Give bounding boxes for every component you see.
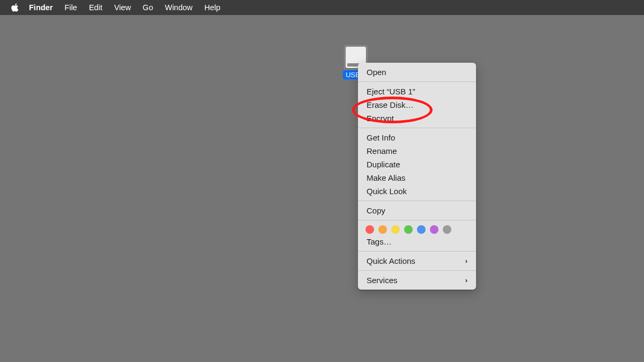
tag-yellow[interactable] xyxy=(391,225,400,234)
tag-orange[interactable] xyxy=(378,225,387,234)
context-services[interactable]: Services › xyxy=(358,274,476,287)
separator xyxy=(358,220,476,220)
tag-green[interactable] xyxy=(404,225,413,234)
context-quick-actions-label: Quick Actions xyxy=(367,256,415,265)
app-menu[interactable]: Finder xyxy=(29,3,58,12)
separator xyxy=(358,270,476,271)
context-rename-label: Rename xyxy=(367,146,397,156)
tag-color-row xyxy=(358,223,476,235)
context-rename[interactable]: Rename xyxy=(358,144,476,158)
context-copy-label: Copy xyxy=(367,206,385,215)
context-quick-look-label: Quick Look xyxy=(367,187,407,196)
context-tags[interactable]: Tags… xyxy=(358,235,476,248)
context-make-alias[interactable]: Make Alias xyxy=(358,171,476,184)
context-copy[interactable]: Copy xyxy=(358,204,476,217)
context-erase-label: Erase Disk… xyxy=(367,100,414,109)
context-get-info-label: Get Info xyxy=(367,133,395,142)
context-quick-look[interactable]: Quick Look xyxy=(358,184,476,198)
context-services-label: Services xyxy=(367,276,398,285)
file-menu[interactable]: File xyxy=(58,3,83,12)
help-menu[interactable]: Help xyxy=(199,3,226,12)
context-duplicate-label: Duplicate xyxy=(367,160,400,169)
separator xyxy=(358,128,476,128)
context-menu: Open Eject “USB 1” Erase Disk… Encrypt G… xyxy=(358,63,476,290)
tag-gray[interactable] xyxy=(443,225,451,234)
context-tags-label: Tags… xyxy=(367,237,392,246)
apple-menu-icon[interactable] xyxy=(11,3,19,12)
context-open[interactable]: Open xyxy=(358,65,476,79)
separator xyxy=(358,251,476,252)
context-make-alias-label: Make Alias xyxy=(367,173,406,182)
context-erase-disk[interactable]: Erase Disk… xyxy=(358,98,476,112)
chevron-right-icon: › xyxy=(465,257,467,265)
separator xyxy=(358,201,476,201)
context-get-info[interactable]: Get Info xyxy=(358,131,476,144)
tag-blue[interactable] xyxy=(417,225,426,234)
context-open-label: Open xyxy=(367,68,386,77)
context-encrypt[interactable]: Encrypt xyxy=(358,112,476,125)
context-encrypt-label: Encrypt xyxy=(367,114,394,123)
edit-menu[interactable]: Edit xyxy=(83,3,108,12)
menubar: Finder File Edit View Go Window Help xyxy=(0,0,644,15)
tag-red[interactable] xyxy=(365,225,374,234)
context-duplicate[interactable]: Duplicate xyxy=(358,158,476,171)
context-quick-actions[interactable]: Quick Actions › xyxy=(358,254,476,268)
view-menu[interactable]: View xyxy=(108,3,137,12)
chevron-right-icon: › xyxy=(465,276,467,284)
context-eject-label: Eject “USB 1” xyxy=(367,87,415,96)
separator xyxy=(358,82,476,82)
go-menu[interactable]: Go xyxy=(137,3,159,12)
tag-purple[interactable] xyxy=(430,225,438,234)
context-eject[interactable]: Eject “USB 1” xyxy=(358,85,476,98)
window-menu[interactable]: Window xyxy=(159,3,199,12)
